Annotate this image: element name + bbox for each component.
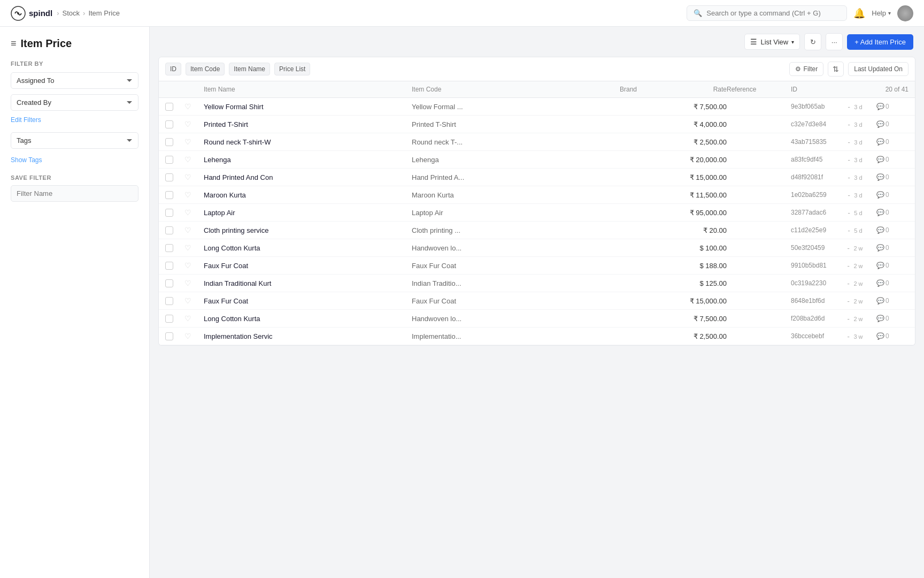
hamburger-icon[interactable]: ≡ (11, 38, 17, 49)
search-input[interactable] (706, 9, 840, 17)
favorite-icon[interactable]: ♡ (184, 173, 191, 181)
list-view-button[interactable]: ☰ List View ▾ (744, 34, 800, 50)
row-checkbox[interactable] (165, 315, 173, 323)
item-name-filter-tag[interactable]: Item Name (229, 63, 270, 75)
table-row[interactable]: ♡ Lehenga Lehenga ₹ 20,000.00 a83fc9df45… (159, 151, 915, 169)
row-checkbox[interactable] (165, 103, 173, 111)
comment-count: 0 (886, 120, 889, 128)
last-updated-label: Last Updated On (854, 65, 903, 73)
favorite-icon[interactable]: ♡ (184, 332, 191, 340)
favorite-icon[interactable]: ♡ (184, 138, 191, 146)
list-view-label: List View (760, 38, 788, 46)
favorite-icon[interactable]: ♡ (184, 314, 191, 323)
row-rate: ₹ 15,000.00 (673, 173, 727, 181)
item-code-filter-tag[interactable]: Item Code (186, 63, 225, 75)
row-checkbox-cell (165, 138, 184, 146)
row-checkbox[interactable] (165, 191, 173, 199)
breadcrumb-item-price[interactable]: Item Price (88, 9, 120, 17)
price-list-filter-tag[interactable]: Price List (274, 63, 310, 75)
sort-button[interactable]: ⇅ (828, 62, 844, 77)
favorite-icon[interactable]: ♡ (184, 279, 191, 287)
last-updated-button[interactable]: Last Updated On (848, 62, 908, 76)
row-checkbox[interactable] (165, 226, 173, 234)
table-row[interactable]: ♡ Faux Fur Coat Faux Fur Coat $ 188.00 9… (159, 257, 915, 275)
row-checkbox[interactable] (165, 262, 173, 270)
row-comments: 💬 0 (876, 315, 908, 322)
table-row[interactable]: ♡ Implementation Servic Implementatio...… (159, 328, 915, 345)
table-row[interactable]: ♡ Laptop Air Laptop Air ₹ 95,000.00 3287… (159, 204, 915, 222)
table-row[interactable]: ♡ Cloth printing service Cloth printing … (159, 222, 915, 239)
table-row[interactable]: ♡ Indian Traditional Kurt Indian Traditi… (159, 275, 915, 292)
item-code-filter-label: Item Code (190, 65, 220, 73)
row-fav-cell: ♡ (184, 261, 204, 270)
favorite-icon[interactable]: ♡ (184, 208, 191, 217)
row-dash: - 2 w (834, 244, 876, 252)
favorite-icon[interactable]: ♡ (184, 155, 191, 164)
id-filter-label: ID (170, 65, 176, 73)
created-by-select[interactable]: Created By (11, 94, 138, 111)
page-count: 20 of 41 (876, 86, 908, 93)
favorite-icon[interactable]: ♡ (184, 226, 191, 234)
help-button[interactable]: Help ▾ (872, 9, 891, 17)
row-checkbox[interactable] (165, 279, 173, 287)
filter-name-input[interactable] (11, 185, 138, 202)
row-dash: - 3 d (834, 156, 876, 164)
refresh-button[interactable]: ↻ (804, 33, 821, 50)
row-checkbox[interactable] (165, 297, 173, 305)
row-rate: ₹ 7,500.00 (673, 103, 727, 111)
id-filter-tag[interactable]: ID (165, 63, 181, 75)
notification-bell-icon[interactable]: 🔔 (853, 7, 865, 19)
table-row[interactable]: ♡ Printed T-Shirt Printed T-Shirt ₹ 4,00… (159, 116, 915, 133)
table-row[interactable]: ♡ Yellow Formal Shirt Yellow Formal ... … (159, 98, 915, 116)
table-row[interactable]: ♡ Long Cotton Kurta Handwoven lo... $ 10… (159, 239, 915, 257)
filter-button[interactable]: ⚙ Filter (789, 62, 824, 76)
row-id: 1e02ba6259 (791, 191, 834, 199)
row-checkbox[interactable] (165, 173, 173, 181)
row-checkbox[interactable] (165, 120, 173, 128)
row-checkbox-cell (165, 226, 184, 234)
comment-count: 0 (886, 209, 889, 216)
search-icon: 🔍 (694, 9, 702, 17)
row-item-name: Implementation Servic (204, 332, 412, 340)
show-tags-link[interactable]: Show Tags (11, 156, 138, 164)
logo[interactable]: spindl (11, 6, 52, 21)
comment-icon: 💬 (876, 103, 884, 110)
add-item-price-button[interactable]: + Add Item Price (847, 34, 913, 50)
table-row[interactable]: ♡ Round neck T-shirt-W Round neck T-... … (159, 133, 915, 151)
row-checkbox[interactable] (165, 332, 173, 340)
favorite-icon[interactable]: ♡ (184, 102, 191, 111)
edit-filters-link[interactable]: Edit Filters (11, 116, 138, 124)
row-item-code: Indian Traditio... (412, 279, 620, 287)
row-checkbox[interactable] (165, 244, 173, 252)
brand-name: spindl (29, 9, 52, 18)
row-comments: 💬 0 (876, 244, 908, 252)
row-dash: - 3 d (834, 120, 876, 128)
favorite-icon[interactable]: ♡ (184, 120, 191, 128)
table-row[interactable]: ♡ Faux Fur Coat Faux Fur Coat ₹ 15,000.0… (159, 292, 915, 310)
row-dash: - 2 w (834, 262, 876, 270)
tags-select[interactable]: Tags (11, 132, 138, 149)
row-checkbox[interactable] (165, 156, 173, 164)
row-comments: 💬 0 (876, 173, 908, 181)
table-row[interactable]: ♡ Maroon Kurta Maroon Kurta ₹ 11,500.00 … (159, 186, 915, 204)
row-fav-cell: ♡ (184, 226, 204, 234)
favorite-icon[interactable]: ♡ (184, 191, 191, 199)
row-checkbox[interactable] (165, 209, 173, 217)
header-brand: Brand (620, 86, 673, 93)
search-bar[interactable]: 🔍 (687, 5, 847, 21)
more-options-button[interactable]: ··· (826, 33, 843, 50)
row-checkbox[interactable] (165, 138, 173, 146)
assigned-to-select[interactable]: Assigned To (11, 72, 138, 89)
favorite-icon[interactable]: ♡ (184, 244, 191, 252)
favorite-icon[interactable]: ♡ (184, 261, 191, 270)
comment-icon: 💬 (876, 262, 884, 269)
breadcrumb-stock[interactable]: Stock (63, 9, 80, 17)
table-row[interactable]: ♡ Long Cotton Kurta Handwoven lo... ₹ 7,… (159, 310, 915, 328)
header-item-name: Item Name (204, 86, 412, 93)
row-item-name: Faux Fur Coat (204, 297, 412, 305)
table-row[interactable]: ♡ Hand Printed And Con Hand Printed A...… (159, 169, 915, 186)
favorite-icon[interactable]: ♡ (184, 296, 191, 305)
row-id: 43ab715835 (791, 138, 834, 146)
row-item-name: Faux Fur Coat (204, 262, 412, 270)
avatar[interactable] (897, 5, 913, 21)
